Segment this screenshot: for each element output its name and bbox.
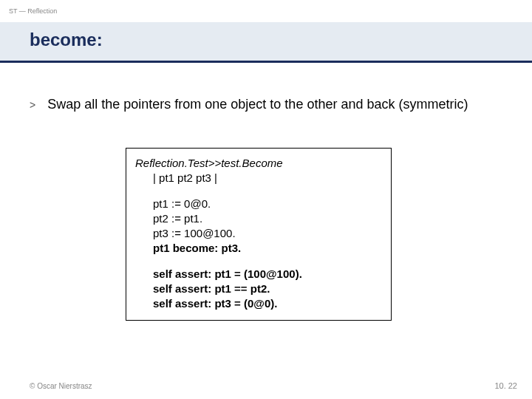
bullet-marker: > bbox=[30, 96, 35, 113]
code-vars: | pt1 pt2 pt3 | bbox=[135, 171, 382, 185]
code-line-4: pt1 become: pt3. bbox=[135, 241, 382, 256]
bullet-row: > Swap all the pointers from one object … bbox=[30, 96, 510, 113]
code-signature: Reflection.Test>>test.Become bbox=[135, 156, 382, 171]
spacer bbox=[135, 186, 382, 197]
code-assert-3: self assert: pt3 = (0@0). bbox=[135, 296, 382, 311]
code-assert-2: self assert: pt1 == pt2. bbox=[135, 282, 382, 296]
code-box: Reflection.Test>>test.Become | pt1 pt2 p… bbox=[126, 148, 392, 321]
footer-copyright: © Oscar Nierstrasz bbox=[30, 382, 92, 390]
spacer bbox=[135, 256, 382, 267]
code-line-3: pt3 := 100@100. bbox=[135, 226, 382, 241]
header-label: ST — Reflection bbox=[9, 7, 57, 15]
code-assert-1: self assert: pt1 = (100@100). bbox=[135, 267, 382, 282]
code-line-2: pt2 := pt1. bbox=[135, 211, 382, 226]
page-title: become: bbox=[30, 30, 103, 50]
code-signature-text: Reflection.Test>>test.Become bbox=[135, 157, 283, 169]
footer-page-number: 10. 22 bbox=[494, 381, 517, 390]
bullet-text: Swap all the pointers from one object to… bbox=[47, 96, 468, 113]
code-line-1: pt1 := 0@0. bbox=[135, 197, 382, 211]
